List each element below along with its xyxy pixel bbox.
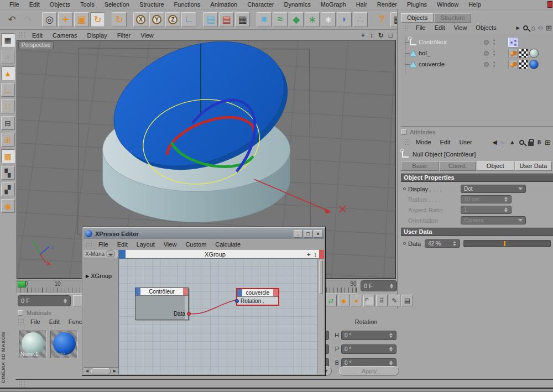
viewport-zoom-icon[interactable]: ↕ xyxy=(370,32,373,39)
lock-z-button[interactable]: Z xyxy=(165,12,180,27)
texture-axis-mode-button[interactable]: ▞ xyxy=(1,182,15,196)
lock-icon[interactable] xyxy=(528,142,534,146)
lock-x-button[interactable]: X xyxy=(133,12,148,27)
user-data-slider-marker[interactable] xyxy=(504,241,505,246)
scale-button[interactable]: ▣ xyxy=(74,12,89,27)
viewport-menu-filter[interactable]: Filter xyxy=(112,32,135,39)
stepper-icon[interactable] xyxy=(388,332,393,339)
material-swatch-none[interactable]: None xyxy=(50,331,78,358)
add-panel-icon[interactable]: ⊞ xyxy=(546,24,552,32)
selection-filter-button[interactable]: ▩ xyxy=(1,149,15,163)
scroll-thumb[interactable] xyxy=(319,260,323,294)
xpresso-menu-calculate[interactable]: Calculate xyxy=(211,241,245,248)
tab-cycle-icon[interactable]: ◀▶ xyxy=(106,250,115,257)
viewport-menu-view[interactable]: View xyxy=(135,32,159,39)
xpresso-menu-view[interactable]: View xyxy=(159,241,181,248)
anim-dot-icon[interactable] xyxy=(403,242,406,245)
viewport-grip[interactable] xyxy=(19,32,25,39)
tab-x-manager[interactable]: X-Mana ◀▶ xyxy=(84,250,118,258)
tab-structure[interactable]: Structure xyxy=(434,13,471,23)
aspect-ratio-field[interactable]: 1 xyxy=(461,206,512,214)
render-settings-button[interactable]: ▦ xyxy=(235,12,250,27)
snapshot-icon[interactable]: 8 xyxy=(538,139,541,145)
xgroup-output-port-strip[interactable] xyxy=(319,250,324,259)
tab-user-data[interactable]: User Data xyxy=(515,161,552,171)
close-button[interactable]: × xyxy=(314,230,322,238)
menu-window[interactable]: Window xyxy=(432,1,463,8)
menu-functions[interactable]: Functions xyxy=(169,1,206,8)
data-field[interactable]: 42 % xyxy=(425,239,460,248)
orientation-dropdown[interactable]: Camera xyxy=(461,216,526,224)
current-frame-field[interactable]: 0 F xyxy=(18,295,71,306)
model-mode-button[interactable]: ▲ xyxy=(1,66,15,80)
history-back-icon[interactable]: ◀ xyxy=(492,139,497,146)
xpresso-grip[interactable] xyxy=(86,241,92,248)
spline-button[interactable]: ≈ xyxy=(273,12,288,27)
xpresso-menu-layout[interactable]: Layout xyxy=(132,241,159,248)
stepper-icon[interactable] xyxy=(503,196,508,203)
node-controleur[interactable]: Contrôleur Data xyxy=(135,288,189,320)
rotation-input-port[interactable]: Rotation . xyxy=(237,297,278,305)
materials-menu-file[interactable]: File xyxy=(26,318,45,325)
nurbs-button[interactable]: ◆ xyxy=(289,12,304,27)
filter-icon[interactable]: ○ xyxy=(538,24,544,31)
stepper-icon[interactable] xyxy=(62,297,67,305)
object-name[interactable]: Contrôleur xyxy=(419,39,484,45)
anim-dot-icon[interactable] xyxy=(403,187,406,190)
live-selection-button[interactable]: ◎ xyxy=(42,12,57,27)
attributes-panel-icon[interactable] xyxy=(401,129,406,135)
animation-mode-button[interactable]: ◉ xyxy=(1,199,15,213)
objects-menu-file[interactable]: File xyxy=(411,24,430,31)
home-icon[interactable]: ⌂ xyxy=(531,24,536,32)
rotate-button[interactable]: ↻ xyxy=(90,12,105,27)
scroll-right-icon[interactable]: ▶ xyxy=(111,368,118,374)
material-tag-blue-icon[interactable] xyxy=(529,60,539,69)
menu-file[interactable]: File xyxy=(4,1,24,8)
xgroup-header[interactable]: XGroup + ↕ xyxy=(119,250,324,259)
xpresso-menu-edit[interactable]: Edit xyxy=(113,241,132,248)
autokey-button[interactable]: ● xyxy=(351,295,362,306)
menu-dynamics[interactable]: Dynamics xyxy=(279,1,316,8)
attr-menu-edit[interactable]: Edit xyxy=(436,139,455,145)
viewport-menu-display[interactable]: Display xyxy=(82,32,112,39)
panel-divider[interactable] xyxy=(401,126,553,127)
layer-dot[interactable] xyxy=(484,62,489,67)
pla-button[interactable]: P xyxy=(363,295,375,306)
menu-hair[interactable]: Hair xyxy=(351,1,372,8)
data-output-port[interactable]: Data xyxy=(174,311,189,317)
help-button[interactable]: ? xyxy=(374,12,389,27)
uvw-tag-icon[interactable] xyxy=(519,49,528,58)
tab-basic[interactable]: Basic xyxy=(401,161,439,171)
deformer-button[interactable]: ∗ xyxy=(321,12,336,27)
node-output-corner[interactable] xyxy=(183,288,188,295)
viewport-menu-edit[interactable]: Edit xyxy=(27,32,48,39)
last-tool-button[interactable]: ↻ xyxy=(112,12,127,27)
uvw-tag-icon[interactable] xyxy=(519,60,528,69)
xpresso-menu-custom[interactable]: Custom xyxy=(181,241,211,248)
objects-menu-edit[interactable]: Edit xyxy=(430,24,450,31)
scroll-left-icon[interactable]: ◀ xyxy=(84,368,91,374)
visibility-dots[interactable] xyxy=(493,50,495,57)
mesh-tool-button[interactable]: ∗ xyxy=(1,50,15,64)
visibility-dots[interactable] xyxy=(493,61,495,68)
edges-mode-button[interactable]: ⊟ xyxy=(1,116,15,130)
node-input-corner[interactable] xyxy=(237,289,242,296)
materials-grip[interactable] xyxy=(18,318,24,326)
materials-panel-icon[interactable] xyxy=(18,310,23,316)
objects-menu-view[interactable]: View xyxy=(450,24,472,31)
material-tag-light-icon[interactable] xyxy=(529,49,539,58)
xpresso-titlebar[interactable]: XPresso Editor _ □ × xyxy=(84,228,324,239)
canvas-vscrollbar[interactable] xyxy=(317,259,324,374)
layer-dot[interactable] xyxy=(484,51,489,56)
attributes-grip[interactable] xyxy=(403,139,409,146)
tree-row-bol[interactable]: bol_ xyxy=(401,48,553,59)
stepper-icon[interactable] xyxy=(388,346,393,353)
menu-plugins[interactable]: Plugins xyxy=(402,1,432,8)
manager-hscrollbar[interactable]: ◀ ▶ xyxy=(84,367,118,374)
record-keyframe-button[interactable]: ◆ xyxy=(338,295,349,306)
stepper-icon[interactable] xyxy=(452,240,457,247)
menu-edit[interactable]: Edit xyxy=(24,1,45,8)
stepper-icon[interactable] xyxy=(503,206,508,213)
undo-button[interactable]: ↶ xyxy=(4,12,19,27)
pen-button[interactable]: ✎ xyxy=(389,295,400,306)
